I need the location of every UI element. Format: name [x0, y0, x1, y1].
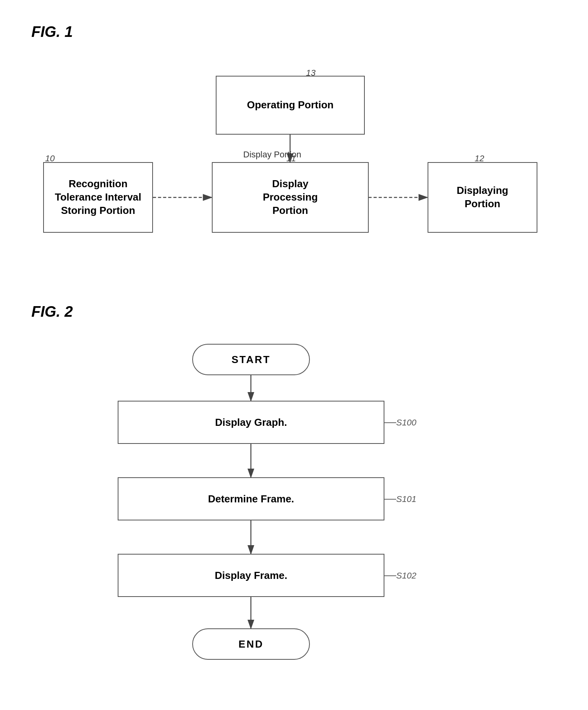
display-frame-box: Display Frame. — [118, 554, 384, 597]
recognition-label: Recognition Tolerance Interval Storing P… — [55, 177, 142, 217]
operating-portion-box: Operating Portion — [216, 76, 365, 135]
fig1-label: FIG. 1 — [31, 24, 557, 40]
recognition-box: Recognition Tolerance Interval Storing P… — [43, 162, 153, 233]
fig2-label: FIG. 2 — [31, 303, 557, 320]
s101-line — [384, 499, 396, 500]
step-s102: S102 — [396, 571, 416, 581]
operating-portion-label: Operating Portion — [247, 99, 334, 112]
display-processing-box: Display Processing Portion — [212, 162, 369, 233]
determine-frame-box: Determine Frame. — [118, 477, 384, 520]
step-s101: S101 — [396, 494, 416, 504]
ref-12: 12 — [475, 153, 484, 164]
step-s100: S100 — [396, 418, 416, 428]
start-label: START — [231, 354, 271, 366]
determine-frame-label: Determine Frame. — [208, 493, 294, 505]
display-graph-label: Display Graph. — [215, 416, 287, 429]
start-box: START — [192, 344, 310, 375]
display-frame-label: Display Frame. — [215, 569, 288, 582]
fig2-diagram: START Display Graph. S100 Determine Fram… — [31, 332, 557, 710]
s100-line — [384, 422, 396, 423]
end-box: END — [192, 628, 310, 660]
ref-10: 10 — [45, 153, 55, 164]
page: FIG. 1 Operating Portion 13 — [0, 0, 588, 710]
display-processing-label: Display Processing Portion — [263, 177, 318, 217]
display-graph-box: Display Graph. — [118, 401, 384, 444]
ref-11: 11 — [286, 153, 296, 164]
end-label: END — [238, 638, 264, 650]
displaying-portion-label: Displaying Portion — [457, 184, 508, 211]
ref-13: 13 — [306, 68, 315, 78]
s102-line — [384, 575, 396, 576]
fig1-diagram: Operating Portion 13 Display Portion Rec… — [31, 52, 557, 272]
displaying-portion-box: Displaying Portion — [428, 162, 537, 233]
